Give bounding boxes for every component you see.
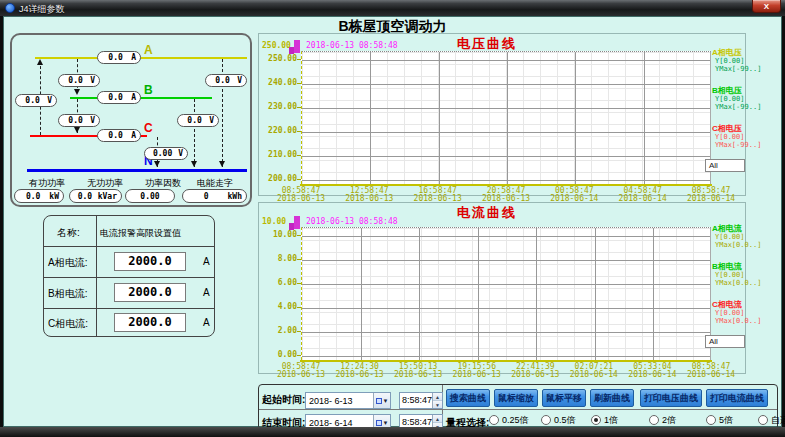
range-option-3[interactable]: 1倍 [591,414,618,426]
legend-series-name: A相电压 [712,48,756,57]
refresh-curve-button[interactable]: 刷新曲线 [590,389,634,407]
x-tick-date: 2018-06-13 [335,371,383,379]
unit: kWh [228,192,242,201]
legend-ymax-value: YMax[-99..] [712,65,756,73]
radio-label: 5倍 [719,414,733,427]
circuit-diagram-panel: A B C N 0.0A 0.0A 0.0A 0.0V 0.0V [10,33,252,207]
start-date-value: 2018- 6-13 [306,396,373,406]
mouse-zoom-button[interactable]: 鼠标缩放 [494,389,538,407]
unit: A [131,93,136,102]
arrowhead-up-icon [37,59,43,65]
current-chart-cursor-marker[interactable] [294,216,300,229]
major-gridline-v [575,52,576,184]
radio-icon[interactable] [649,415,659,425]
range-option-2[interactable]: 0.5倍 [541,414,576,426]
x-tick-date: 2018-06-14 [687,371,735,379]
major-gridline-h [302,156,710,157]
print-current-curve-button[interactable]: 打印电流曲线 [706,389,768,407]
calendar-dropdown-button[interactable]: ▼ [373,393,390,408]
major-gridline-h [302,236,710,237]
current-chart-legend-entry: A相电流Y[0.00]YMax[0.0..] [712,224,756,249]
y-tick-mark [297,259,301,260]
radio-icon[interactable] [541,415,551,425]
legend-y-value: Y[0.00] [712,133,756,141]
phase-c-current-readout: 0.0A [97,129,141,142]
mouse-pan-button[interactable]: 鼠标平移 [542,389,586,407]
voltage-chart-legend-entry: C相电压Y[0.00]YMax[-99..] [712,124,756,149]
voltage-chart-x-tick-label: 08:58:472018-06-14 [687,187,735,203]
search-curve-button[interactable]: 搜索曲线 [446,389,490,407]
value: 0.0 [19,192,47,201]
voltage-chart-cursor-marker-handle[interactable] [289,47,294,54]
voltage-chart-y-tick-label: 210.00 [259,150,297,159]
major-gridline-v [439,52,440,184]
voltage-chart-plot-area[interactable] [301,51,711,184]
current-chart-cursor-marker-handle[interactable] [289,223,294,230]
voltage-chart-cursor-y-value: 250.00 [262,41,291,50]
current-chart-y-tick-label: 10.00 [259,230,297,239]
radio-label: 1倍 [604,414,618,427]
window-titlebar[interactable]: J4详细参数 X [0,0,785,16]
current-chart-plot-area[interactable] [301,227,711,360]
spinner-buttons[interactable]: ▲▼ [432,393,442,408]
radio-label: 0.5倍 [554,414,576,427]
print-voltage-curve-button[interactable]: 打印电压曲线 [640,389,702,407]
voltage-chart-series-selector-all[interactable]: All [705,159,745,172]
alarm-settings-table: 名称: 电流报警高限设置值 A相电流: 2000.0 A B相电流: 2000.… [43,215,215,337]
y-tick-mark [297,179,301,180]
voltage-chart-legend-entry: A相电压Y[0.00]YMax[-99..] [712,48,756,73]
range-option-4[interactable]: 2倍 [649,414,676,426]
range-option-6[interactable]: 自适应 [758,414,785,426]
x-tick-date: 2018-06-13 [277,371,325,379]
voltage-b-n-readout: 0.0V [177,114,219,127]
legend-ymax-value: YMax[0.0..] [712,241,756,249]
close-button[interactable]: X [752,0,781,13]
value: 0.0 [102,53,129,62]
voltage-chart-x-tick-label: 20:58:472018-06-13 [482,187,530,203]
major-gridline-v [419,228,420,360]
unit: kVar [98,192,117,201]
range-option-1[interactable]: 0.25倍 [489,414,529,426]
spin-up-icon[interactable]: ▲ [433,415,442,423]
unit: kW [49,192,59,201]
voltage-chart-y-tick-label: 250.00 [259,54,297,63]
major-gridline-v [595,228,596,360]
calendar-icon [376,420,382,426]
voltage-chart-y-tick-label: 220.00 [259,126,297,135]
major-gridline-h [302,260,710,261]
unit: A [131,131,136,140]
radio-icon[interactable] [706,415,716,425]
table-divider [44,308,214,309]
radio-selected-icon[interactable] [591,415,601,425]
spin-up-icon[interactable]: ▲ [433,393,442,401]
panel-divider [259,409,777,410]
voltage-chart-cursor-marker[interactable] [294,40,300,53]
app-window: J4详细参数 X B栋屋顶空调动力 A B C N 0.0A 0 [0,0,785,437]
x-tick-date: 2018-06-14 [628,371,676,379]
range-option-5[interactable]: 5倍 [706,414,733,426]
a-phase-limit-input[interactable]: 2000.0 [114,252,186,271]
start-time-spinner[interactable]: 8:58:47 ▲▼ [399,392,443,409]
x-tick-date: 2018-06-13 [511,371,559,379]
spin-down-icon[interactable]: ▼ [433,401,442,408]
table-divider [96,216,97,336]
phase-c-label: C [144,121,153,135]
b-phase-limit-input[interactable]: 2000.0 [114,283,186,302]
value: 0.0 [102,131,129,140]
current-chart-series-selector-all[interactable]: All [705,335,745,348]
voltage-chart-x-tick-label: 04:58:472018-06-14 [619,187,667,203]
y-tick-mark [297,235,301,236]
major-gridline-v [478,228,479,360]
window-title: J4详细参数 [19,3,65,16]
legend-series-name: A相电流 [712,224,756,233]
legend-ymax-value: YMax[-99..] [712,103,756,111]
major-gridline-v [644,52,645,184]
c-phase-limit-input[interactable]: 2000.0 [114,313,186,332]
phase-b-current-readout: 0.0A [97,91,141,104]
reactive-power-readout: 0.0kVar [69,189,122,203]
phase-b-line [70,97,212,99]
start-date-picker[interactable]: 2018- 6-13 ▼ [305,392,391,409]
radio-icon[interactable] [489,415,499,425]
radio-icon[interactable] [758,415,768,425]
current-chart-cursor-y-value: 10.00 [262,217,286,226]
